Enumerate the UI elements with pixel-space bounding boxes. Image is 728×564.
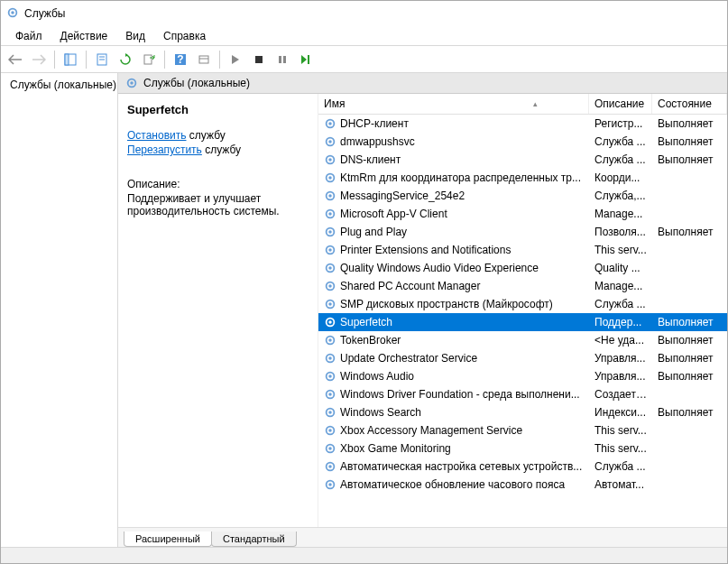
service-name-text: Автоматическое обновление часового пояса	[340, 478, 565, 491]
table-row[interactable]: Quality Windows Audio Video ExperienceQu…	[318, 259, 727, 277]
gear-icon	[324, 244, 336, 256]
table-row[interactable]: SuperfetchПоддер...Выполняет	[318, 313, 727, 331]
toolbar: ?	[1, 46, 727, 73]
cell-description: Manage...	[589, 280, 652, 292]
service-name-text: DNS-клиент	[340, 153, 401, 166]
cell-status: Выполняет	[652, 226, 727, 238]
service-name-text: Printer Extensions and Notifications	[340, 244, 511, 256]
table-row[interactable]: Xbox Game MonitoringThis serv...	[318, 439, 727, 458]
cell-status: Выполняет	[652, 370, 727, 383]
cell-name: TokenBroker	[318, 334, 589, 347]
table-row[interactable]: Update Orchestrator ServiceУправля...Вып…	[318, 349, 727, 367]
window-title: Службы	[24, 7, 65, 20]
table-row[interactable]: Windows SearchИндекси...Выполняет	[318, 403, 727, 421]
service-name-text: MessagingService_254e2	[340, 190, 465, 202]
gear-icon	[324, 280, 336, 292]
svg-point-43	[328, 320, 332, 324]
cell-name: Microsoft App-V Client	[318, 208, 589, 220]
cell-name: DHCP-клиент	[318, 117, 589, 130]
view-tabs: Расширенный Стандартный	[118, 527, 727, 547]
service-name-text: Windows Audio	[340, 370, 414, 383]
cell-name: Windows Audio	[318, 370, 589, 383]
tab-extended[interactable]: Расширенный	[124, 532, 212, 547]
content-area: Службы (локальные) Службы (локальные) Su…	[1, 73, 727, 547]
properties-button[interactable]	[91, 49, 113, 70]
toolbar-extra-button[interactable]	[193, 49, 215, 70]
service-name-text: Windows Search	[340, 406, 421, 419]
titlebar: Службы	[1, 1, 727, 26]
gear-icon	[324, 424, 336, 437]
tree-root-item[interactable]: Службы (локальные)	[3, 77, 115, 93]
table-row[interactable]: TokenBroker<Не уда...Выполняет	[318, 331, 727, 349]
cell-name: Xbox Game Monitoring	[318, 442, 589, 455]
service-name-text: Shared PC Account Manager	[340, 280, 480, 292]
main-header: Службы (локальные)	[118, 73, 727, 94]
svg-rect-15	[308, 55, 309, 64]
stop-service-button[interactable]	[248, 49, 270, 70]
cell-name: DNS-клиент	[318, 153, 589, 166]
table-row[interactable]: Автоматическое обновление часового пояса…	[318, 476, 727, 494]
export-button[interactable]	[138, 49, 160, 70]
svg-point-1	[11, 11, 14, 14]
menu-help[interactable]: Справка	[154, 28, 215, 44]
menu-action[interactable]: Действие	[51, 28, 117, 44]
cell-name: Shared PC Account Manager	[318, 280, 589, 292]
gear-icon	[324, 388, 336, 401]
restart-service-button[interactable]	[295, 49, 317, 70]
table-row[interactable]: dmwappushsvcСлужба ...Выполняет	[318, 133, 727, 151]
menu-file[interactable]: Файл	[6, 28, 51, 44]
table-row[interactable]: Plug and PlayПозволя...Выполняет	[318, 223, 727, 241]
start-service-button[interactable]	[225, 49, 246, 70]
svg-point-31	[328, 212, 332, 216]
table-row[interactable]: Microsoft App-V ClientManage...	[318, 205, 727, 223]
cell-name: Windows Search	[318, 406, 589, 419]
statusbar	[1, 547, 727, 564]
refresh-button[interactable]	[115, 49, 136, 70]
svg-point-49	[328, 374, 332, 378]
cell-name: KtmRm для координатора распределенных тр…	[318, 171, 589, 184]
table-row[interactable]: KtmRm для координатора распределенных тр…	[318, 169, 727, 187]
svg-rect-3	[65, 54, 69, 65]
cell-description: This serv...	[589, 424, 652, 437]
pause-service-button[interactable]	[272, 49, 293, 70]
table-row[interactable]: Автоматическая настройка сетевых устройс…	[318, 458, 727, 476]
table-row[interactable]: Printer Extensions and NotificationsThis…	[318, 241, 727, 259]
column-name[interactable]: Имя ▴	[318, 94, 589, 114]
gear-icon	[324, 171, 336, 184]
cell-description: Создает ...	[589, 388, 652, 401]
table-row[interactable]: Windows AudioУправля...Выполняет	[318, 367, 727, 385]
gear-icon	[324, 117, 336, 130]
cell-description: <Не уда...	[589, 334, 652, 347]
column-status[interactable]: Состояние	[652, 94, 727, 114]
main-header-title: Службы (локальные)	[143, 77, 250, 89]
svg-point-47	[328, 356, 332, 360]
menu-view[interactable]: Вид	[116, 28, 154, 44]
help-button[interactable]: ?	[170, 49, 191, 70]
cell-description: Автомат...	[589, 478, 652, 491]
svg-point-35	[328, 248, 332, 252]
cell-description: Регистр...	[589, 117, 652, 130]
gear-icon	[324, 406, 336, 419]
list-body[interactable]: DHCP-клиентРегистр...Выполняетdmwappushs…	[318, 115, 727, 527]
table-row[interactable]: DNS-клиентСлужба ...Выполняет	[318, 151, 727, 169]
service-name-text: TokenBroker	[340, 334, 401, 347]
table-row[interactable]: SMP дисковых пространств (Майкрософт)Слу…	[318, 295, 727, 313]
table-row[interactable]: Xbox Accessory Management ServiceThis se…	[318, 421, 727, 439]
table-row[interactable]: Shared PC Account ManagerManage...	[318, 277, 727, 295]
column-description[interactable]: Описание	[589, 94, 652, 114]
back-button[interactable]	[5, 49, 26, 70]
table-row[interactable]: MessagingService_254e2Служба,...	[318, 187, 727, 205]
svg-point-19	[130, 81, 134, 85]
show-hide-button[interactable]	[60, 49, 81, 70]
table-row[interactable]: Windows Driver Foundation - среда выполн…	[318, 385, 727, 403]
detail-pane: Superfetch Остановить службу Перезапусти…	[118, 94, 318, 527]
cell-description: Служба ...	[589, 135, 652, 148]
forward-button[interactable]	[28, 49, 50, 70]
stop-service-link[interactable]: Остановить	[127, 129, 187, 142]
service-name-text: KtmRm для координатора распределенных тр…	[340, 171, 581, 184]
gear-icon	[324, 190, 336, 202]
tab-standard[interactable]: Стандартный	[211, 532, 297, 547]
table-row[interactable]: DHCP-клиентРегистр...Выполняет	[318, 115, 727, 133]
restart-service-link[interactable]: Перезапустить	[127, 143, 202, 156]
cell-name: Update Orchestrator Service	[318, 352, 589, 365]
